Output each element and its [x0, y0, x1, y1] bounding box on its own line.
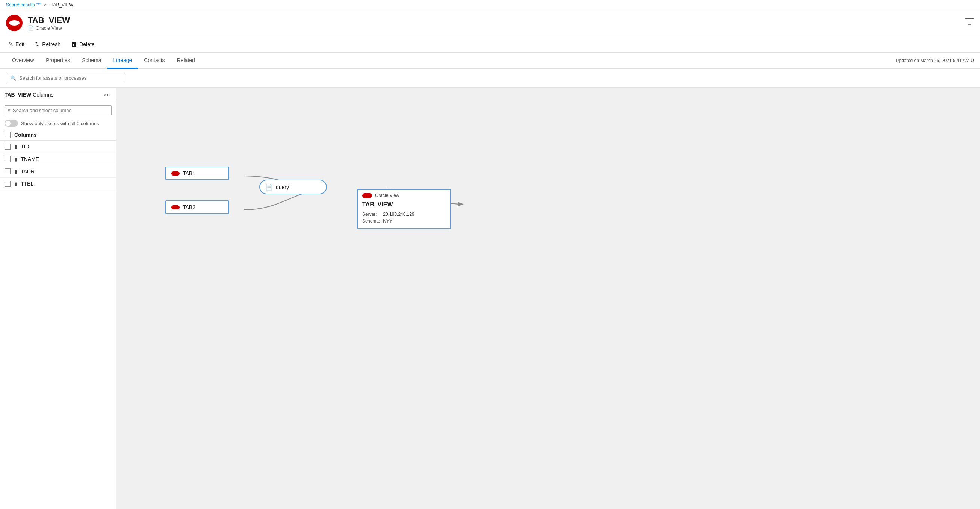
asset-name: TAB_VIEW [28, 15, 965, 25]
column-row-tid: ▮ TID [0, 140, 116, 153]
tabs-bar: Overview Properties Schema Lineage Conta… [0, 53, 980, 69]
refresh-icon: ↻ [35, 41, 40, 48]
result-name: TAB_VIEW [358, 201, 450, 209]
tab-contacts[interactable]: Contacts [138, 53, 170, 69]
doc-icon: 📄 [28, 25, 34, 31]
column-name-ttel: TTEL [21, 181, 33, 187]
column-row-tname: ▮ TNAME [0, 153, 116, 165]
node-tab2[interactable]: TAB2 [165, 200, 229, 214]
column-row-tadr: ▮ TADR [0, 165, 116, 178]
tab-related[interactable]: Related [171, 53, 201, 69]
columns-header-label: Columns [14, 132, 37, 138]
search-bar[interactable]: 🔍 [6, 73, 126, 83]
tab2-icon [171, 205, 180, 209]
query-label: query [276, 184, 289, 190]
asset-header: TAB_VIEW 📄 Oracle View □ [0, 10, 980, 36]
tab-schema[interactable]: Schema [76, 53, 107, 69]
tab2-label: TAB2 [183, 204, 196, 210]
result-type-label: Oracle View [375, 193, 399, 198]
panel-title-rest: Columns [31, 92, 53, 98]
breadcrumb: Search results "*" > TAB_VIEW [0, 0, 980, 10]
filter-icon: ▿ [8, 107, 11, 113]
tab-properties[interactable]: Properties [40, 53, 76, 69]
panel-header: TAB_VIEW Columns «« [0, 88, 116, 102]
updated-timestamp: Updated on March 25, 2021 5:41 AM U [896, 58, 974, 63]
breadcrumb-search[interactable]: Search results "*" [6, 2, 41, 8]
toolbar: ✎ Edit ↻ Refresh 🗑 Delete [0, 36, 980, 53]
column-checkbox-tadr[interactable] [5, 168, 11, 174]
toggle-label: Show only assets with all 0 columns [21, 121, 99, 126]
delete-button[interactable]: 🗑 Delete [69, 40, 97, 49]
column-filter-input[interactable]: ▿ [5, 105, 111, 115]
schema-label: Schema: [362, 218, 383, 225]
collapse-button[interactable]: «« [102, 91, 111, 98]
schema-value: NYY [383, 218, 417, 225]
columns-list: Columns ▮ TID ▮ TNAME ▮ TADR ▮ TTEL [0, 130, 116, 509]
column-name-tid: TID [21, 144, 29, 150]
edit-button[interactable]: ✎ Edit [6, 39, 27, 49]
main-layout: TAB_VIEW Columns «« ▿ Show only assets w… [0, 88, 980, 509]
asset-type-label: Oracle View [36, 25, 62, 31]
breadcrumb-separator: > [44, 2, 46, 8]
search-bar-area: 🔍 [0, 69, 980, 88]
lineage-arrows [116, 88, 980, 509]
column-checkbox-tname[interactable] [5, 156, 11, 162]
refresh-label: Refresh [42, 41, 60, 47]
tab-overview[interactable]: Overview [6, 53, 40, 69]
server-value: 20.198.248.129 [383, 211, 417, 218]
column-name-tadr: TADR [21, 168, 35, 174]
edit-icon: ✎ [8, 41, 13, 48]
maximize-button[interactable]: □ [965, 18, 974, 27]
delete-label: Delete [79, 41, 94, 47]
node-tab1[interactable]: TAB1 [165, 166, 229, 180]
asset-subtitle: 📄 Oracle View [28, 25, 965, 31]
column-icon-tid: ▮ [14, 144, 17, 150]
maximize-icon: □ [968, 20, 971, 26]
select-all-checkbox[interactable] [5, 132, 11, 138]
column-checkbox-tid[interactable] [5, 144, 11, 150]
column-row-ttel: ▮ TTEL [0, 178, 116, 190]
search-icon: 🔍 [10, 75, 16, 81]
toggle-row: Show only assets with all 0 columns [0, 118, 116, 130]
search-input[interactable] [19, 75, 122, 81]
query-icon: 📄 [265, 183, 273, 191]
column-checkbox-ttel[interactable] [5, 181, 11, 187]
asset-logo-icon [6, 15, 22, 31]
node-result[interactable]: Oracle View TAB_VIEW Server: 20.198.248.… [357, 189, 451, 229]
tab1-icon [171, 171, 180, 176]
result-info: Server: 20.198.248.129 Schema: NYY [358, 209, 450, 228]
panel-title-bold: TAB_VIEW [5, 92, 31, 98]
tab1-label: TAB1 [183, 170, 196, 176]
toggle-switch[interactable] [5, 120, 18, 127]
asset-title-area: TAB_VIEW 📄 Oracle View [28, 15, 965, 31]
panel-title: TAB_VIEW Columns [5, 92, 53, 98]
column-name-tname: TNAME [21, 156, 39, 162]
result-logo-icon [362, 193, 372, 198]
toggle-knob [5, 121, 11, 126]
breadcrumb-current: TAB_VIEW [51, 2, 73, 8]
column-icon-tadr: ▮ [14, 169, 17, 174]
column-icon-ttel: ▮ [14, 181, 17, 187]
server-label: Server: [362, 211, 383, 218]
lineage-canvas[interactable]: TAB1 TAB2 📄 query Oracle View TAB_VIEW S… [116, 88, 980, 509]
columns-header-row: Columns [0, 130, 116, 140]
node-query[interactable]: 📄 query [259, 180, 327, 195]
edit-label: Edit [15, 41, 24, 47]
delete-icon: 🗑 [71, 41, 77, 48]
column-filter-field[interactable] [13, 107, 108, 113]
node-result-header: Oracle View [358, 190, 450, 201]
refresh-button[interactable]: ↻ Refresh [33, 39, 63, 49]
left-panel: TAB_VIEW Columns «« ▿ Show only assets w… [0, 88, 116, 509]
tab-lineage[interactable]: Lineage [107, 53, 138, 69]
column-icon-tname: ▮ [14, 156, 17, 162]
